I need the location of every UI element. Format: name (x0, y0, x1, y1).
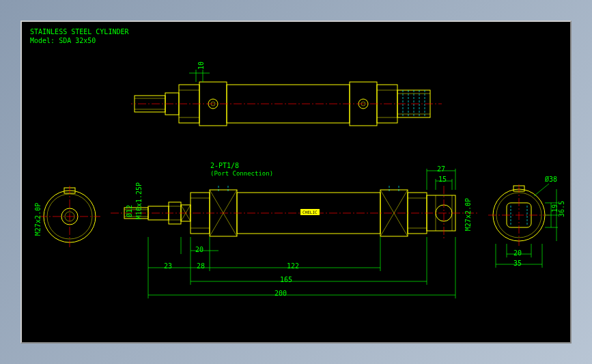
cad-viewport[interactable]: STAINLESS STEEL CYLINDER Model: SDA 32x5… (20, 20, 572, 344)
dim-r35: 35 (513, 260, 522, 267)
dim-r20: 20 (513, 249, 522, 257)
dim-10: 10 (197, 61, 205, 70)
dim-27: 27 (437, 165, 445, 173)
dim-28: 28 (197, 262, 205, 270)
port-label-text: 2-PT1/8 (210, 162, 239, 169)
port-label: 2-PT1/8 (Port Connection) (210, 162, 273, 177)
dim-m27-right: M27x2.0P (464, 198, 472, 231)
front-view (111, 165, 493, 316)
title-line2: Model: SDA 32x50 (30, 36, 129, 45)
right-end-view (486, 176, 561, 285)
dim-122: 122 (287, 262, 299, 270)
dim-dia12: Ø12 (126, 205, 133, 217)
dim-23: 23 (164, 262, 172, 270)
dim-20-left: 20 (195, 246, 203, 253)
svg-line-97 (534, 184, 549, 196)
port-sub-text: (Port Connection) (210, 170, 273, 177)
dim-165: 165 (280, 276, 292, 283)
dim-m27-left: M27x2.0P (34, 203, 42, 236)
brand-badge: CHELIC (300, 209, 320, 215)
dim-dia38: Ø38 (545, 176, 557, 183)
title-block: STAINLESS STEEL CYLINDER Model: SDA 32x5… (30, 27, 129, 45)
left-end-view (36, 179, 104, 261)
dim-200: 200 (274, 290, 287, 297)
title-line1: STAINLESS STEEL CYLINDER (30, 27, 129, 36)
dim-15: 15 (438, 176, 447, 183)
dim-36-5: 36.5 (558, 201, 565, 217)
dim-m10: M10x1.25P (135, 182, 143, 219)
top-view (131, 63, 452, 145)
